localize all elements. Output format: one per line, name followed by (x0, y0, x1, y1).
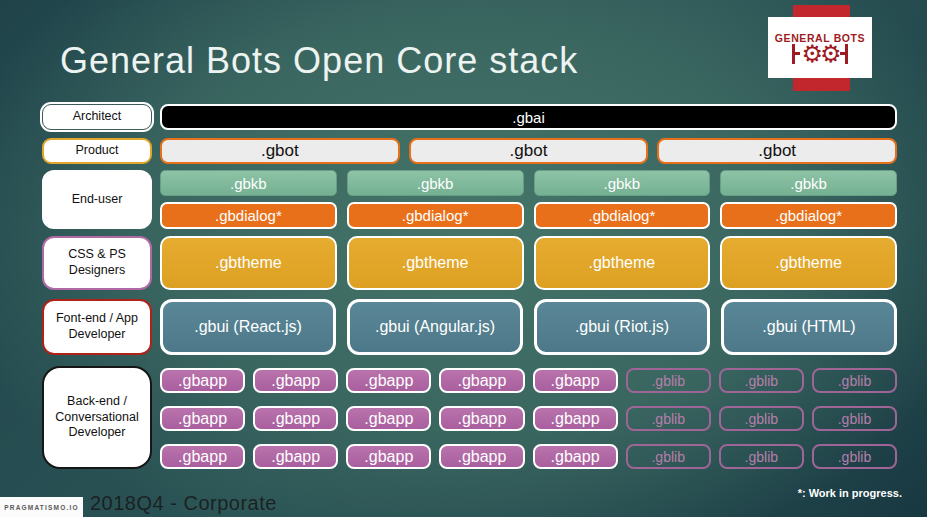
general-bots-logo: GENERAL BOTS ⚙⚙ (768, 17, 872, 78)
gbdialog-box: .gbdialog* (347, 202, 524, 229)
gblib-box: .gblib (719, 368, 804, 393)
gbapp-box: .gbapp (160, 444, 245, 469)
gblib-box: .gblib (626, 406, 711, 431)
gblib-box: .gblib (626, 368, 711, 393)
gbapp-box: .gbapp (533, 444, 618, 469)
gblib-box: .gblib (719, 444, 804, 469)
gblib-box: .gblib (812, 444, 897, 469)
row-gbdialog: .gbdialog* .gbdialog* .gbdialog* .gbdial… (160, 202, 897, 229)
gbapp-box: .gbapp (533, 368, 618, 393)
gbot-box: .gbot (409, 138, 649, 164)
row-gbapp-2: .gbapp .gbapp .gbapp .gbapp .gbapp .gbli… (160, 406, 897, 431)
gbtheme-box: .gbtheme (347, 236, 524, 290)
row-label-product: Product (42, 138, 152, 164)
gbot-box: .gbot (657, 138, 897, 164)
slide: General Bots Open Core stack GENERAL BOT… (0, 0, 927, 517)
gbapp-box: .gbapp (439, 406, 524, 431)
gblib-box: .gblib (719, 406, 804, 431)
row-label-backend-developer: Back-end / Conversational Developer (42, 366, 152, 469)
pragmatismo-brand: PRAGMATISMO.IO (0, 497, 83, 517)
row-gbtheme: .gbtheme .gbtheme .gbtheme .gbtheme (160, 236, 897, 290)
gbkb-box: .gbkb (347, 170, 524, 196)
pragmatismo-brand-text: PRAGMATISMO.IO (4, 504, 78, 511)
gbui-riot-box: .gbui (Riot.js) (534, 299, 710, 355)
gbui-html-box: .gbui (HTML) (721, 299, 897, 355)
row-gbui: .gbui (React.js) .gbui (Angular.js) .gbu… (160, 299, 897, 355)
gbapp-box: .gbapp (253, 406, 338, 431)
gbapp-box: .gbapp (160, 368, 245, 393)
gbapp-box: .gbapp (533, 406, 618, 431)
row-label-end-user: End-user (42, 170, 152, 229)
row-label-designers: CSS & PS Designers (42, 236, 152, 290)
gbtheme-box: .gbtheme (720, 236, 897, 290)
gbapp-box: .gbapp (439, 444, 524, 469)
gbai-box: .gbai (160, 104, 897, 130)
gbdialog-box: .gbdialog* (720, 202, 897, 229)
row-gbai: .gbai (160, 104, 897, 130)
gbkb-box: .gbkb (534, 170, 711, 196)
row-gbapp-3: .gbapp .gbapp .gbapp .gbapp .gbapp .gbli… (160, 444, 897, 469)
gblib-box: .gblib (626, 444, 711, 469)
row-gbkb: .gbkb .gbkb .gbkb .gbkb (160, 170, 897, 196)
gbot-box: .gbot (160, 138, 400, 164)
gbui-angular-box: .gbui (Angular.js) (347, 299, 523, 355)
gbapp-box: .gbapp (346, 444, 431, 469)
footer-version-text: 2018Q4 - Corporate (90, 492, 277, 515)
gear-bar-right-icon (845, 44, 848, 64)
gbapp-box: .gbapp (253, 368, 338, 393)
gbapp-box: .gbapp (160, 406, 245, 431)
gbtheme-box: .gbtheme (534, 236, 711, 290)
row-gbot: .gbot .gbot .gbot (160, 138, 897, 164)
row-label-frontend-developer: Font-end / App Developer (42, 299, 152, 355)
gbtheme-box: .gbtheme (160, 236, 337, 290)
work-in-progress-note: *: Work in progress. (798, 487, 902, 499)
gear-glyphs-icon: ⚙⚙ (801, 42, 838, 66)
gbkb-box: .gbkb (720, 170, 897, 196)
page-title: General Bots Open Core stack (60, 40, 578, 82)
gbapp-box: .gbapp (346, 406, 431, 431)
gbdialog-box: .gbdialog* (160, 202, 337, 229)
gblib-box: .gblib (812, 406, 897, 431)
gbdialog-box: .gbdialog* (534, 202, 711, 229)
row-gbapp-1: .gbapp .gbapp .gbapp .gbapp .gbapp .gbli… (160, 368, 897, 393)
gear-line-left-icon (795, 52, 800, 55)
gbui-react-box: .gbui (React.js) (160, 299, 336, 355)
gbapp-box: .gbapp (253, 444, 338, 469)
row-label-architect: Architect (42, 104, 152, 130)
gblib-box: .gblib (812, 368, 897, 393)
gbapp-box: .gbapp (439, 368, 524, 393)
gears-icon: ⚙⚙ (792, 42, 847, 66)
gbkb-box: .gbkb (160, 170, 337, 196)
gbapp-box: .gbapp (346, 368, 431, 393)
